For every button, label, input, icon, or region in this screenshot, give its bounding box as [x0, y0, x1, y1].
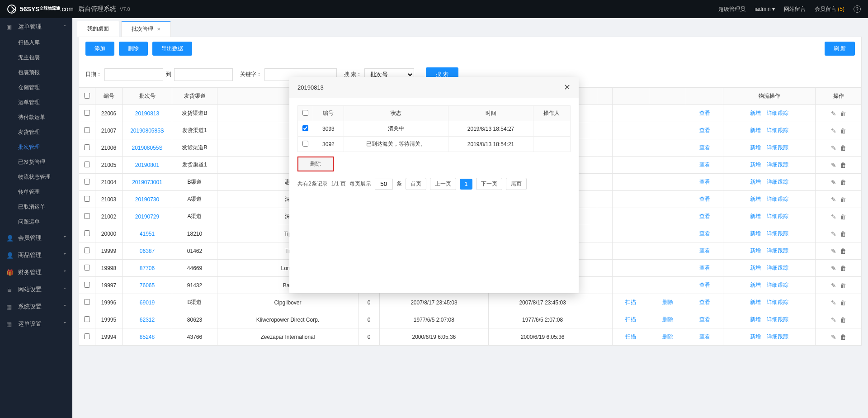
modal-select-all[interactable]	[302, 110, 308, 116]
pager-current[interactable]: 1	[460, 179, 473, 190]
pager-pages: 1/1 页	[331, 180, 346, 188]
cell	[533, 121, 570, 137]
modal-col-header: 操作人	[533, 106, 570, 121]
pager-prev[interactable]: 上一页	[430, 178, 456, 190]
modal-table: 编号状态时间操作人 3093 清关中 2019/8/13 18:54:27 30…	[297, 105, 571, 152]
cell: 2019/8/13 18:54:21	[448, 137, 533, 152]
cell: 3092	[313, 137, 344, 152]
cell	[533, 137, 570, 152]
close-icon[interactable]: ✕	[564, 82, 571, 92]
modal-title: 20190813	[297, 84, 324, 91]
pager-next[interactable]: 下一页	[476, 178, 502, 190]
pager-unit: 条	[396, 180, 402, 188]
pager-per-input[interactable]	[375, 179, 393, 190]
batch-detail-modal: 20190813 ✕ 编号状态时间操作人 3093 清关中 2019/8/13 …	[289, 77, 579, 293]
modal-row-checkbox[interactable]	[302, 141, 308, 147]
modal-col-header: 编号	[313, 106, 344, 121]
cell: 3093	[313, 121, 344, 137]
modal-pager: 共有2条记录 1/1 页 每页展示 条 首页 上一页 1 下一页 尾页	[297, 178, 571, 190]
pager-last[interactable]: 尾页	[506, 178, 527, 190]
pager-total: 共有2条记录	[297, 180, 328, 188]
modal-col-header: 时间	[448, 106, 533, 121]
cell: 清关中	[344, 121, 448, 137]
pager-first[interactable]: 首页	[406, 178, 426, 190]
modal-overlay: 20190813 ✕ 编号状态时间操作人 3093 清关中 2019/8/13 …	[0, 0, 868, 418]
pager-per-label: 每页展示	[349, 180, 371, 188]
modal-row: 3092 已到达海关，等待清关。 2019/8/13 18:54:21	[298, 137, 571, 152]
modal-col-header: 状态	[344, 106, 448, 121]
modal-header: 20190813 ✕	[289, 77, 579, 98]
modal-delete-button[interactable]: 删除	[297, 157, 334, 171]
cell: 2019/8/13 18:54:27	[448, 121, 533, 137]
modal-row-checkbox[interactable]	[302, 125, 308, 131]
cell: 已到达海关，等待清关。	[344, 137, 448, 152]
modal-row: 3093 清关中 2019/8/13 18:54:27	[298, 121, 571, 137]
